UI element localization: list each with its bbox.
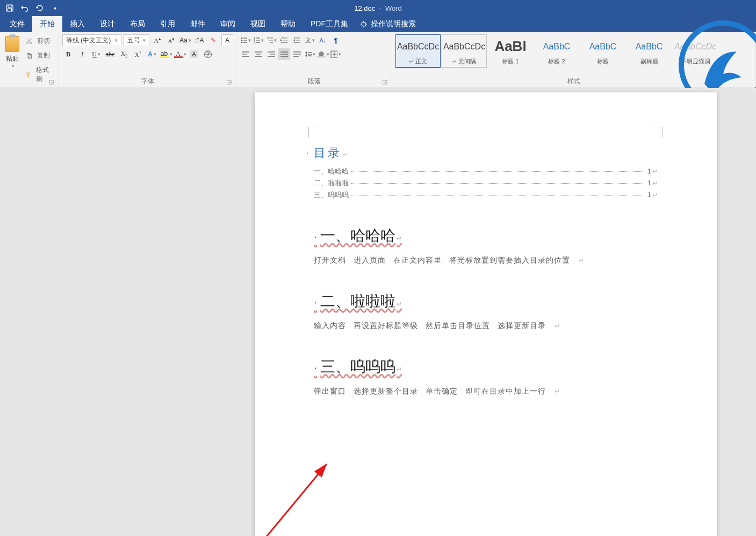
grow-font-button[interactable]: A▴ [152,34,163,46]
tab-mailings[interactable]: 邮件 [183,16,213,32]
tab-review[interactable]: 审阅 [213,16,243,32]
document-body[interactable]: 一、哈哈哈↵打开文档进入页面在正文内容里将光标放置到需要插入目录的位置↵二、啦啦… [314,226,658,396]
numbering-button[interactable]: 123▾ [253,34,264,46]
tab-insert[interactable]: 插入 [62,16,92,32]
paragraph-dialog-launcher-icon[interactable]: ◲ [382,78,390,86]
styles-gallery[interactable]: AaBbCcDc↵ 正文AaBbCcDc↵ 无间隔AaBl标题 1AaBbC标题… [395,34,752,76]
qat-customize-icon[interactable]: ▾ [51,4,59,12]
toc-list[interactable]: 一、哈哈哈1↵二、啦啦啦1↵三、呜呜呜1↵ [314,166,658,200]
show-marks-button[interactable]: ¶ [330,34,342,46]
align-right-button[interactable] [265,48,277,60]
style-标题 2[interactable]: AaBbC标题 2 [534,34,579,68]
svg-point-8 [27,42,28,44]
tab-design[interactable]: 设计 [92,16,123,32]
style-不明显强调[interactable]: AaBbCcDc不明显强调 [673,34,718,68]
line-spacing-button[interactable]: ▾ [304,48,316,60]
tab-view[interactable]: 视图 [243,16,273,32]
svg-rect-2 [8,9,12,11]
italic-button[interactable]: I [76,48,88,60]
document-page[interactable]: · 目录↵ 一、哈哈哈1↵二、啦啦啦1↵三、呜呜呜1↵ 一、哈哈哈↵打开文档进入… [255,92,717,536]
body-paragraph[interactable]: 弹出窗口选择更新整个目录单击确定即可在目录中加上一行↵ [314,387,658,396]
char-border-button[interactable]: A [221,34,233,46]
heading[interactable]: 一、哈哈哈↵ [314,226,658,246]
sort-button[interactable]: A↓ [317,34,329,46]
char-shading-button[interactable]: A [188,48,200,60]
document-workspace[interactable]: · 目录↵ 一、哈哈哈1↵二、啦啦啦1↵三、呜呜呜1↵ 一、哈哈哈↵打开文档进入… [0,88,756,536]
asian-layout-button[interactable]: 文▾ [304,34,316,46]
toc-entry[interactable]: 一、哈哈哈1↵ [314,166,658,176]
toc-entry[interactable]: 二、啦啦啦1↵ [314,178,658,188]
bold-button[interactable]: B [62,48,74,60]
paste-button[interactable]: 粘贴 ▾ [3,34,21,73]
cut-button[interactable]: 剪切 [24,34,55,48]
svg-rect-48 [293,52,301,53]
svg-rect-20 [256,38,260,39]
group-paragraph: ▾ 123▾ ▾ 文▾ A↓ ¶ ▾ ▾ ▾ 段落 ◲ [236,32,392,88]
style-正文[interactable]: AaBbCcDc↵ 正文 [395,34,441,68]
undo-icon[interactable] [20,4,29,12]
change-case-button[interactable]: Aa▾ [179,34,191,46]
svg-rect-41 [255,56,262,57]
style-标题 1[interactable]: AaBl标题 1 [488,34,533,68]
font-color-button[interactable]: A▾ [174,48,186,60]
ribbon-tabs: 文件 开始 插入 设计 布局 引用 邮件 审阅 视图 帮助 PDF工具集 操作说… [0,16,756,32]
superscript-button[interactable]: X2 [132,48,144,60]
underline-button[interactable]: U▾ [90,48,102,60]
tab-references[interactable]: 引用 [153,16,183,32]
enclose-char-button[interactable]: 字 [202,48,214,60]
style-标题[interactable]: AaBbC标题 [580,34,625,68]
redo-icon[interactable] [35,4,44,12]
align-center-button[interactable] [253,48,264,60]
distributed-button[interactable] [291,48,303,60]
svg-rect-18 [243,42,247,43]
svg-point-3 [362,22,366,26]
bullets-button[interactable]: ▾ [240,34,251,46]
svg-rect-37 [242,54,247,55]
toc-entry[interactable]: 三、呜呜呜1↵ [314,190,658,200]
app-name: Word [385,4,402,12]
heading[interactable]: 三、呜呜呜↵ [314,357,658,377]
align-left-button[interactable] [240,48,251,60]
svg-rect-50 [293,56,299,57]
svg-rect-27 [270,42,273,42]
phonetic-guide-button[interactable]: ◌̎A [193,34,205,46]
tab-file[interactable]: 文件 [2,16,32,32]
shrink-font-button[interactable]: A▾ [165,34,177,46]
font-size-select[interactable]: 五号▾ [124,34,149,46]
multilevel-button[interactable]: ▾ [265,34,277,46]
tab-help[interactable]: 帮助 [273,16,303,32]
tab-layout[interactable]: 布局 [123,16,153,32]
svg-rect-38 [242,56,249,57]
font-name-select[interactable]: 等线 (中文正文)▾ [62,34,121,46]
tell-me-search[interactable]: 操作说明搜索 [360,16,416,32]
font-dialog-launcher-icon[interactable]: ◲ [226,78,234,86]
style-副标题[interactable]: AaBbC副标题 [627,34,672,68]
document-name: 12.doc [354,4,375,12]
body-paragraph[interactable]: 打开文档进入页面在正文内容里将光标放置到需要插入目录的位置↵ [314,256,658,265]
tab-home[interactable]: 开始 [32,16,62,32]
heading[interactable]: 二、啦啦啦↵ [314,291,658,312]
subscript-button[interactable]: X2 [118,48,130,60]
strikethrough-button[interactable]: abc [104,48,116,60]
align-justify-button[interactable] [278,48,290,60]
svg-rect-28 [281,38,287,38]
svg-rect-47 [280,56,288,57]
text-effects-button[interactable]: A▾ [146,48,158,60]
borders-button[interactable]: ▾ [330,48,342,60]
decrease-indent-button[interactable] [278,34,290,46]
svg-rect-43 [270,54,275,55]
clear-formatting-button[interactable]: ✎ [207,34,219,46]
increase-indent-button[interactable] [291,34,303,46]
style-无间隔[interactable]: AaBbCcDc↵ 无间隔 [442,34,487,68]
clipboard-dialog-launcher-icon[interactable]: ◲ [49,78,56,86]
tab-pdf-tools[interactable]: PDF工具集 [303,16,356,32]
shading-button[interactable]: ▾ [317,48,329,60]
copy-button[interactable]: 复制 [24,49,55,62]
svg-rect-25 [267,38,273,38]
group-clipboard: 粘贴 ▾ 剪切 复制 格式刷 剪贴板 ◲ [0,32,59,88]
body-paragraph[interactable]: 输入内容再设置好标题等级然后单击目录位置选择更新目录↵ [314,321,658,331]
window-title: 12.doc - Word [354,4,402,12]
highlight-button[interactable]: ab▾ [160,48,172,60]
svg-rect-46 [280,54,288,55]
save-icon[interactable] [5,4,14,12]
